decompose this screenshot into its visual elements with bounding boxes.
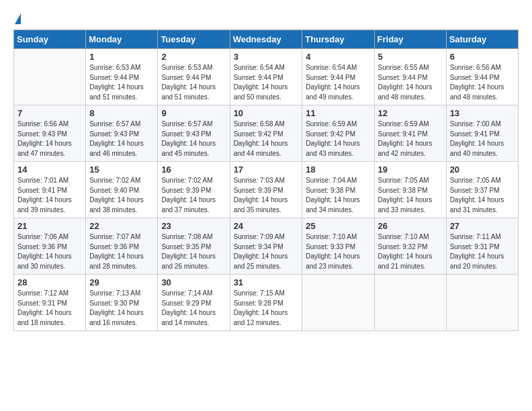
weekday-header-sunday: Sunday — [14, 30, 86, 49]
calendar-cell: 3 Sunrise: 6:54 AMSunset: 9:44 PMDayligh… — [230, 49, 302, 105]
day-number: 7 — [17, 108, 82, 118]
calendar-cell — [14, 49, 86, 105]
day-number: 22 — [89, 221, 154, 231]
weekday-header-monday: Monday — [86, 30, 158, 49]
day-number: 31 — [234, 277, 299, 287]
cell-info: Sunrise: 7:06 AMSunset: 9:36 PMDaylight:… — [17, 233, 72, 270]
calendar-cell: 2 Sunrise: 6:53 AMSunset: 9:44 PMDayligh… — [158, 49, 230, 105]
calendar-cell: 12 Sunrise: 6:59 AMSunset: 9:41 PMDaylig… — [374, 105, 446, 162]
day-number: 16 — [161, 165, 226, 175]
cell-info: Sunrise: 7:13 AMSunset: 9:30 PMDaylight:… — [89, 289, 144, 326]
cell-info: Sunrise: 6:59 AMSunset: 9:42 PMDaylight:… — [306, 120, 360, 157]
cell-info: Sunrise: 6:54 AMSunset: 9:44 PMDaylight:… — [234, 64, 288, 101]
calendar-table: SundayMondayTuesdayWednesdayThursdayFrid… — [13, 30, 519, 331]
calendar-cell: 25 Sunrise: 7:10 AMSunset: 9:33 PMDaylig… — [302, 218, 374, 275]
day-number: 6 — [450, 52, 515, 62]
cell-info: Sunrise: 7:10 AMSunset: 9:33 PMDaylight:… — [306, 233, 360, 270]
calendar-cell: 7 Sunrise: 6:56 AMSunset: 9:43 PMDayligh… — [14, 105, 86, 162]
cell-info: Sunrise: 7:10 AMSunset: 9:32 PMDaylight:… — [378, 233, 433, 270]
calendar-cell: 6 Sunrise: 6:56 AMSunset: 9:44 PMDayligh… — [446, 49, 518, 105]
cell-info: Sunrise: 6:57 AMSunset: 9:43 PMDaylight:… — [89, 120, 144, 157]
calendar-week-3: 14 Sunrise: 7:01 AMSunset: 9:41 PMDaylig… — [14, 162, 519, 218]
calendar-cell: 29 Sunrise: 7:13 AMSunset: 9:30 PMDaylig… — [86, 275, 158, 331]
calendar-cell: 8 Sunrise: 6:57 AMSunset: 9:43 PMDayligh… — [86, 105, 158, 162]
day-number: 24 — [234, 221, 299, 231]
day-number: 29 — [89, 277, 154, 287]
day-number: 21 — [17, 221, 82, 231]
weekday-header-saturday: Saturday — [446, 30, 518, 49]
calendar-week-1: 1 Sunrise: 6:53 AMSunset: 9:44 PMDayligh… — [14, 49, 519, 105]
calendar-cell — [374, 275, 446, 331]
cell-info: Sunrise: 6:59 AMSunset: 9:41 PMDaylight:… — [378, 120, 433, 157]
weekday-header-friday: Friday — [374, 30, 446, 49]
cell-info: Sunrise: 6:56 AMSunset: 9:44 PMDaylight:… — [450, 64, 504, 101]
calendar-cell: 17 Sunrise: 7:03 AMSunset: 9:39 PMDaylig… — [230, 162, 302, 218]
cell-info: Sunrise: 6:53 AMSunset: 9:44 PMDaylight:… — [161, 64, 216, 101]
cell-info: Sunrise: 7:09 AMSunset: 9:34 PMDaylight:… — [234, 233, 288, 270]
day-number: 13 — [450, 108, 515, 118]
day-number: 12 — [378, 108, 443, 118]
day-number: 10 — [234, 108, 299, 118]
calendar-week-4: 21 Sunrise: 7:06 AMSunset: 9:36 PMDaylig… — [14, 218, 519, 275]
cell-info: Sunrise: 6:56 AMSunset: 9:43 PMDaylight:… — [17, 120, 72, 157]
day-number: 23 — [161, 221, 226, 231]
calendar-cell: 26 Sunrise: 7:10 AMSunset: 9:32 PMDaylig… — [374, 218, 446, 275]
day-number: 20 — [450, 165, 515, 175]
calendar-cell: 19 Sunrise: 7:05 AMSunset: 9:38 PMDaylig… — [374, 162, 446, 218]
day-number: 9 — [161, 108, 226, 118]
cell-info: Sunrise: 6:53 AMSunset: 9:44 PMDaylight:… — [89, 64, 144, 101]
cell-info: Sunrise: 7:15 AMSunset: 9:28 PMDaylight:… — [234, 289, 288, 326]
calendar-week-5: 28 Sunrise: 7:12 AMSunset: 9:31 PMDaylig… — [14, 275, 519, 331]
logo — [13, 13, 21, 24]
day-number: 8 — [89, 108, 154, 118]
cell-info: Sunrise: 7:14 AMSunset: 9:29 PMDaylight:… — [161, 289, 216, 326]
day-number: 17 — [234, 165, 299, 175]
calendar-cell: 31 Sunrise: 7:15 AMSunset: 9:28 PMDaylig… — [230, 275, 302, 331]
day-number: 3 — [234, 52, 299, 62]
calendar-cell: 23 Sunrise: 7:08 AMSunset: 9:35 PMDaylig… — [158, 218, 230, 275]
calendar-cell: 14 Sunrise: 7:01 AMSunset: 9:41 PMDaylig… — [14, 162, 86, 218]
day-number: 27 — [450, 221, 515, 231]
calendar-cell: 20 Sunrise: 7:05 AMSunset: 9:37 PMDaylig… — [446, 162, 518, 218]
weekday-header-row: SundayMondayTuesdayWednesdayThursdayFrid… — [14, 30, 519, 49]
cell-info: Sunrise: 7:07 AMSunset: 9:36 PMDaylight:… — [89, 233, 144, 270]
cell-info: Sunrise: 7:01 AMSunset: 9:41 PMDaylight:… — [17, 177, 72, 214]
weekday-header-wednesday: Wednesday — [230, 30, 302, 49]
page-header — [13, 13, 519, 24]
cell-info: Sunrise: 7:11 AMSunset: 9:31 PMDaylight:… — [450, 233, 504, 270]
calendar-cell: 4 Sunrise: 6:54 AMSunset: 9:44 PMDayligh… — [302, 49, 374, 105]
weekday-header-tuesday: Tuesday — [158, 30, 230, 49]
day-number: 14 — [17, 165, 82, 175]
calendar-cell: 24 Sunrise: 7:09 AMSunset: 9:34 PMDaylig… — [230, 218, 302, 275]
cell-info: Sunrise: 7:02 AMSunset: 9:39 PMDaylight:… — [161, 177, 216, 214]
cell-info: Sunrise: 6:54 AMSunset: 9:44 PMDaylight:… — [306, 64, 360, 101]
calendar-cell: 21 Sunrise: 7:06 AMSunset: 9:36 PMDaylig… — [14, 218, 86, 275]
calendar-cell: 16 Sunrise: 7:02 AMSunset: 9:39 PMDaylig… — [158, 162, 230, 218]
cell-info: Sunrise: 7:05 AMSunset: 9:38 PMDaylight:… — [378, 177, 433, 214]
day-number: 28 — [17, 277, 82, 287]
calendar-cell: 27 Sunrise: 7:11 AMSunset: 9:31 PMDaylig… — [446, 218, 518, 275]
cell-info: Sunrise: 6:55 AMSunset: 9:44 PMDaylight:… — [378, 64, 433, 101]
calendar-cell: 9 Sunrise: 6:57 AMSunset: 9:43 PMDayligh… — [158, 105, 230, 162]
cell-info: Sunrise: 7:03 AMSunset: 9:39 PMDaylight:… — [234, 177, 288, 214]
weekday-header-thursday: Thursday — [302, 30, 374, 49]
calendar-cell: 1 Sunrise: 6:53 AMSunset: 9:44 PMDayligh… — [86, 49, 158, 105]
cell-info: Sunrise: 7:05 AMSunset: 9:37 PMDaylight:… — [450, 177, 504, 214]
cell-info: Sunrise: 7:04 AMSunset: 9:38 PMDaylight:… — [306, 177, 360, 214]
calendar-cell: 5 Sunrise: 6:55 AMSunset: 9:44 PMDayligh… — [374, 49, 446, 105]
cell-info: Sunrise: 7:02 AMSunset: 9:40 PMDaylight:… — [89, 177, 144, 214]
calendar-cell: 13 Sunrise: 7:00 AMSunset: 9:41 PMDaylig… — [446, 105, 518, 162]
cell-info: Sunrise: 6:57 AMSunset: 9:43 PMDaylight:… — [161, 120, 216, 157]
calendar-cell: 30 Sunrise: 7:14 AMSunset: 9:29 PMDaylig… — [158, 275, 230, 331]
day-number: 26 — [378, 221, 443, 231]
day-number: 25 — [306, 221, 370, 231]
day-number: 19 — [378, 165, 443, 175]
day-number: 18 — [306, 165, 370, 175]
calendar-cell: 15 Sunrise: 7:02 AMSunset: 9:40 PMDaylig… — [86, 162, 158, 218]
calendar-cell: 18 Sunrise: 7:04 AMSunset: 9:38 PMDaylig… — [302, 162, 374, 218]
cell-info: Sunrise: 7:12 AMSunset: 9:31 PMDaylight:… — [17, 289, 72, 326]
day-number: 2 — [161, 52, 226, 62]
calendar-week-2: 7 Sunrise: 6:56 AMSunset: 9:43 PMDayligh… — [14, 105, 519, 162]
calendar-cell — [302, 275, 374, 331]
day-number: 4 — [306, 52, 370, 62]
